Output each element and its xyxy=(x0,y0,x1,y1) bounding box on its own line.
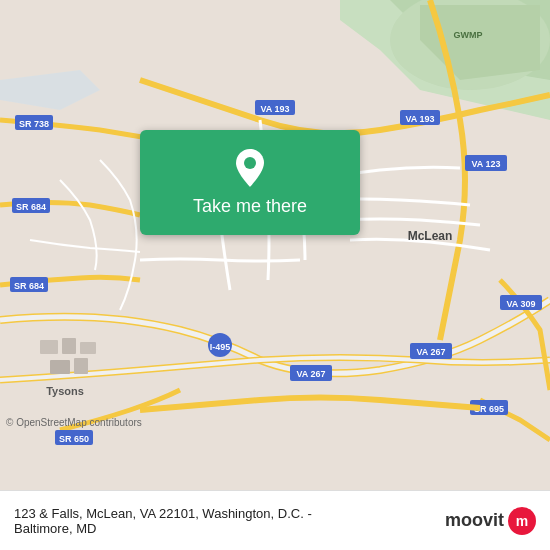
svg-text:SR 738: SR 738 xyxy=(19,119,49,129)
moovit-logo: moovit m xyxy=(445,507,536,535)
svg-text:VA 309: VA 309 xyxy=(506,299,535,309)
svg-rect-31 xyxy=(62,338,76,354)
svg-text:SR 684: SR 684 xyxy=(14,281,44,291)
address-line2: Baltimore, MD xyxy=(14,521,312,536)
svg-point-38 xyxy=(244,157,256,169)
svg-text:VA 193: VA 193 xyxy=(405,114,434,124)
svg-rect-34 xyxy=(74,358,88,374)
svg-text:VA 267: VA 267 xyxy=(416,347,445,357)
moovit-text: moovit xyxy=(445,510,504,531)
take-me-there-button[interactable]: Take me there xyxy=(140,130,360,235)
take-me-there-label: Take me there xyxy=(193,196,307,217)
svg-rect-30 xyxy=(40,340,58,354)
svg-rect-33 xyxy=(50,360,70,374)
address-block: 123 & Falls, McLean, VA 22101, Washingto… xyxy=(14,506,312,536)
button-overlay: Take me there xyxy=(140,130,360,235)
osm-attribution: © OpenStreetMap contributors xyxy=(6,417,142,428)
svg-text:SR 650: SR 650 xyxy=(59,434,89,444)
moovit-icon: m xyxy=(508,507,536,535)
svg-text:McLean: McLean xyxy=(408,229,453,243)
svg-rect-32 xyxy=(80,342,96,354)
svg-text:Tysons: Tysons xyxy=(46,385,84,397)
svg-text:GWMP: GWMP xyxy=(454,30,483,40)
map-view: I-495 VA 267 VA 267 VA 193 VA 193 VA 123… xyxy=(0,0,550,490)
location-pin-icon xyxy=(230,148,270,188)
svg-text:VA 123: VA 123 xyxy=(471,159,500,169)
svg-text:I-495: I-495 xyxy=(210,342,231,352)
bottom-bar: 123 & Falls, McLean, VA 22101, Washingto… xyxy=(0,490,550,550)
svg-text:VA 193: VA 193 xyxy=(260,104,289,114)
svg-text:VA 267: VA 267 xyxy=(296,369,325,379)
address-line1: 123 & Falls, McLean, VA 22101, Washingto… xyxy=(14,506,312,521)
svg-text:SR 684: SR 684 xyxy=(16,202,46,212)
